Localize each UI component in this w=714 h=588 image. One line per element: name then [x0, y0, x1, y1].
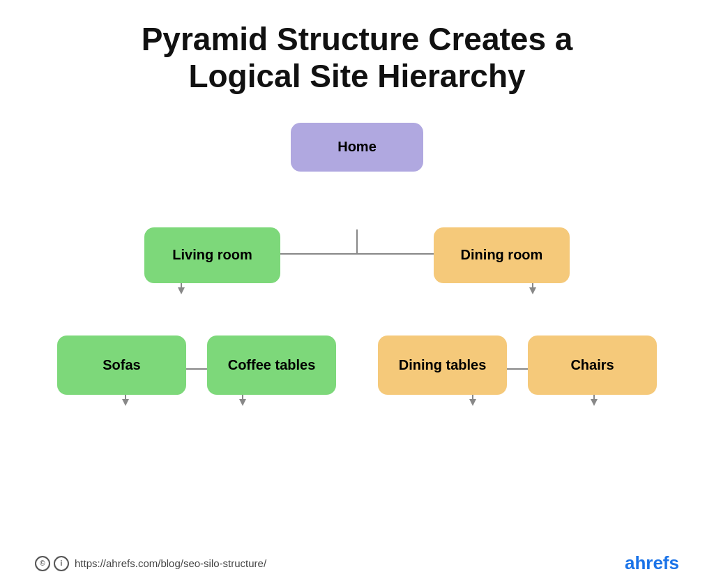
group-living: Sofas Coffee tables	[57, 336, 336, 395]
svg-marker-13	[239, 399, 246, 406]
svg-marker-20	[591, 399, 598, 406]
page-container: Pyramid Structure Creates a Logical Site…	[0, 0, 714, 588]
node-home: Home	[291, 123, 423, 172]
svg-marker-10	[122, 399, 129, 406]
node-chairs: Chairs	[528, 336, 657, 395]
page-title: Pyramid Structure Creates a Logical Site…	[142, 21, 573, 95]
footer-icons: © i	[35, 556, 69, 571]
svg-marker-3	[178, 287, 185, 294]
svg-marker-17	[469, 399, 476, 406]
node-living-room: Living room	[144, 227, 280, 283]
svg-marker-6	[529, 287, 536, 294]
connectors-svg	[28, 116, 686, 538]
footer-url: https://ahrefs.com/blog/seo-silo-structu…	[75, 557, 266, 569]
node-dining-room: Dining room	[434, 227, 570, 283]
cc-icon: ©	[35, 556, 50, 571]
group-dining: Dining tables Chairs	[378, 336, 657, 395]
row-level2: Living room Dining room	[28, 227, 686, 283]
node-dining-tables: Dining tables	[378, 336, 507, 395]
node-coffee-tables: Coffee tables	[207, 336, 336, 395]
diagram: Home Living room Dining room Sofas Coffe…	[28, 116, 686, 538]
info-icon: i	[54, 556, 69, 571]
row-home: Home	[28, 123, 686, 172]
row-level3: Sofas Coffee tables Dining tables Chairs	[28, 336, 686, 395]
node-sofas: Sofas	[57, 336, 186, 395]
footer: © i https://ahrefs.com/blog/seo-silo-str…	[28, 552, 686, 574]
footer-left: © i https://ahrefs.com/blog/seo-silo-str…	[35, 556, 266, 571]
ahrefs-logo: ahrefs	[625, 552, 679, 574]
